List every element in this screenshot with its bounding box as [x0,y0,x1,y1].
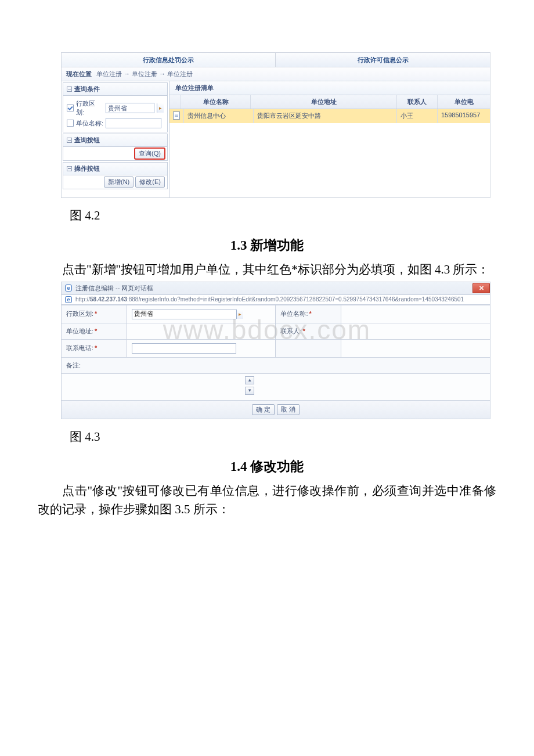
section-heading-1-3: 1.3 新增功能 [38,226,496,260]
figure-caption-4-3: 图 4.3 [38,419,496,447]
breadcrumb-path: 单位注册 → 单位注册 → 单位注册 [96,70,193,78]
collapse-icon[interactable] [67,138,72,143]
panel-title: 操作按钮 [74,164,100,173]
label-unit-name: 单位名称: [280,310,308,317]
figure-caption-4-2: 图 4.2 [38,198,496,226]
left-pane: 查询条件 行政区划: ▸ 单位名称: [62,81,169,197]
col-phone: 单位电 [438,95,490,109]
unitname-label: 单位名称: [76,119,103,128]
remark-textarea[interactable]: ▲ ▼ [61,374,490,401]
url-host: 58.42.237.143 [90,296,127,303]
list-title: 单位注册清单 [175,84,214,92]
label-region: 行政区划: [66,310,93,317]
dialog-title-bar: e 注册信息编辑 -- 网页对话框 ✕ [61,282,490,294]
phone-field[interactable] [132,343,236,354]
paragraph-add-feature: 点击"新增"按钮可增加用户单位，其中红色*标识部分为必填项，如图 4.3 所示： [38,260,496,279]
collapse-icon[interactable] [67,166,72,171]
fig-4-3-screenshot: e 注册信息编辑 -- 网页对话框 ✕ e http://58.42.237.1… [61,282,490,419]
dialog-title: 注册信息编辑 -- 网页对话框 [75,284,153,293]
paragraph-edit-feature: 点击"修改"按钮可修改已有单位信息，进行修改操作前，必须查询并选中准备修改的记录… [38,481,496,519]
url-rest: :888/registerInfo.do?method=initRegister… [127,296,464,303]
label-remark: 备注: [66,362,81,369]
col-blank [169,95,181,109]
label-contact: 联系人: [280,327,301,334]
region-tree-icon[interactable]: ▸ [236,309,243,319]
region-field[interactable] [132,309,236,319]
cell-contact: 小王 [397,109,438,123]
section-heading-1-4: 1.4 修改功能 [38,447,496,481]
unitname-checkbox[interactable] [67,120,74,127]
tab-permit-info[interactable]: 行政许可信息公示 [276,53,490,67]
dialog-footer: 确 定 取 消 [61,401,490,419]
right-pane: 单位注册清单 单位名称 单位地址 联系人 单位电 贵州信息中心 贵阳市云岩区延安… [169,81,490,197]
panel-operation-buttons: 操作按钮 新增(N) 修改(E) [63,162,168,189]
scroll-up-icon[interactable]: ▲ [245,376,254,384]
url-prefix: http:// [75,296,90,303]
panel-title: 查询条件 [74,85,100,93]
cancel-button[interactable]: 取 消 [277,404,300,415]
scroll-down-icon[interactable]: ▼ [245,387,254,395]
label-unit-addr: 单位地址: [66,327,93,334]
add-button[interactable]: 新增(N) [104,177,134,188]
region-checkbox[interactable] [67,105,74,111]
label-phone: 联系电话: [66,344,93,351]
cell-unit-addr: 贵阳市云岩区延安中路 [254,109,397,123]
row-doc-icon [173,111,180,120]
col-unit-addr: 单位地址 [251,95,397,109]
table-header: 单位名称 单位地址 联系人 单位电 [169,95,490,109]
query-button[interactable]: 查询(Q) [135,148,165,159]
fig-4-2-screenshot: 行政信息处罚公示 行政许可信息公示 现在位置 单位注册 → 单位注册 → 单位注… [61,52,490,198]
region-tree-icon[interactable]: ▸ [157,103,164,113]
panel-query-buttons: 查询按钮 查询(Q) [63,134,168,161]
cell-phone: 15985015957 [438,109,490,123]
edit-button[interactable]: 修改(E) [135,177,165,188]
table-row[interactable]: 贵州信息中心 贵阳市云岩区延安中路 小王 15985015957 [169,109,490,123]
region-label: 行政区划: [76,99,103,117]
tab-punish-info[interactable]: 行政信息处罚公示 [62,53,276,67]
ie-icon: e [65,296,72,303]
panel-query-conditions: 查询条件 行政区划: ▸ 单位名称: [63,82,168,132]
ok-button[interactable]: 确 定 [252,404,275,415]
close-icon[interactable]: ✕ [472,283,490,293]
top-tabs: 行政信息处罚公示 行政许可信息公示 [62,53,490,67]
breadcrumb-label: 现在位置 [66,70,92,78]
col-unit-name: 单位名称 [181,95,251,109]
url-bar: e http://58.42.237.143:888/registerInfo.… [61,294,490,305]
ie-icon: e [65,285,72,291]
collapse-icon[interactable] [67,87,72,92]
col-contact: 联系人 [397,95,438,109]
edit-form: 行政区划:* ▸ 单位名称:* 单位地址:* 联系人:* 联系电话:* [61,305,490,374]
breadcrumb: 现在位置 单位注册 → 单位注册 → 单位注册 [62,67,490,81]
unitname-input[interactable] [106,118,161,128]
region-input[interactable] [106,103,154,113]
panel-title: 查询按钮 [74,136,100,145]
cell-unit-name: 贵州信息中心 [184,109,254,123]
